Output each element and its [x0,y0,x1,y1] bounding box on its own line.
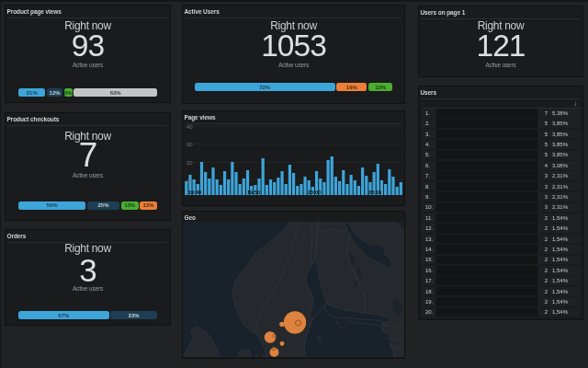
svg-text:19:50: 19:50 [247,190,260,195]
svg-text:20:10: 20:10 [368,190,381,195]
svg-text:20:00: 20:00 [308,190,321,195]
svg-text:40: 40 [187,123,193,129]
svg-text:19:40: 19:40 [188,190,201,195]
svg-text:20: 20 [187,159,193,165]
svg-text:30: 30 [187,142,193,147]
svg-text:10: 10 [187,178,193,183]
